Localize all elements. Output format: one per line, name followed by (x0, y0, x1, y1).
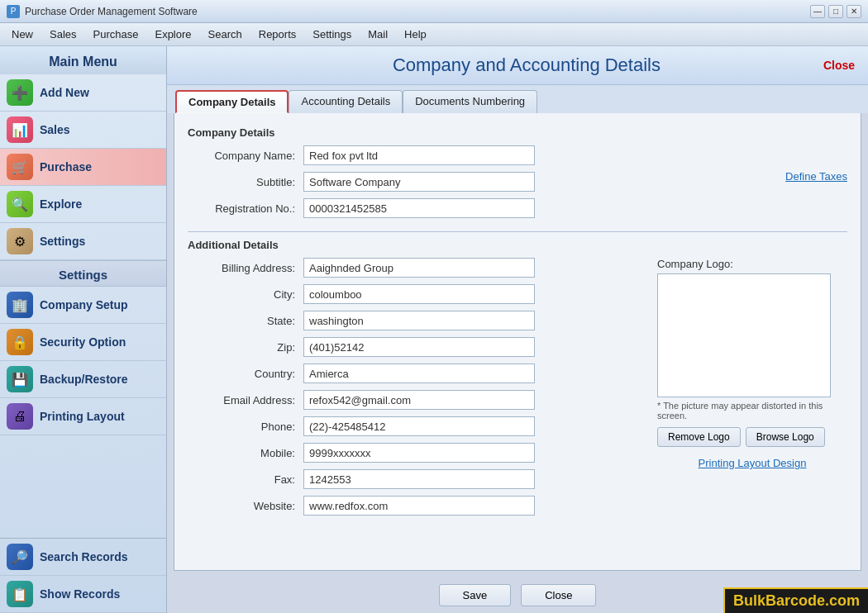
sidebar-label-purchase: Purchase (40, 160, 92, 173)
state-label: State: (188, 315, 303, 327)
email-input[interactable] (303, 390, 535, 410)
sidebar-label-security-option: Security Option (40, 335, 126, 349)
menubar: New Sales Purchase Explore Search Report… (0, 23, 868, 46)
remove-logo-button[interactable]: Remove Logo (657, 427, 741, 447)
titlebar-title: Purchase Order Management Software (25, 6, 810, 17)
settings-icon: ⚙ (7, 228, 33, 254)
browse-logo-button[interactable]: Browse Logo (746, 427, 825, 447)
menu-explore[interactable]: Explore (146, 26, 199, 43)
subtitle-row: Subtitle: (188, 172, 649, 192)
menu-sales[interactable]: Sales (41, 26, 85, 43)
menu-help[interactable]: Help (396, 26, 435, 43)
email-label: Email Address: (188, 394, 303, 406)
company-logo-label: Company Logo: (657, 258, 847, 270)
menu-purchase[interactable]: Purchase (85, 26, 147, 43)
sidebar-label-company-setup: Company Setup (40, 298, 128, 311)
tabs-bar: Company Details Accounting Details Docum… (167, 85, 868, 113)
logo-panel: Company Logo: * The picture may appear d… (649, 258, 847, 522)
state-input[interactable] (303, 311, 535, 330)
company-name-input[interactable] (303, 145, 535, 165)
website-input[interactable] (303, 496, 535, 516)
website-label: Website: (188, 500, 303, 512)
save-button[interactable]: Save (439, 584, 512, 606)
billing-address-row: Billing Address: (188, 258, 632, 278)
watermark-text: BulkBarcode.com (733, 592, 860, 609)
mobile-row: Mobile: (188, 443, 632, 463)
sidebar-item-sales[interactable]: 📊 Sales (0, 112, 166, 149)
sidebar-label-backup-restore: Backup/Restore (40, 373, 128, 386)
sidebar-item-explore[interactable]: 🔍 Explore (0, 186, 166, 223)
company-form-left: Company Name: Subtitle: Registration No.… (188, 145, 649, 225)
menu-settings[interactable]: Settings (304, 26, 360, 43)
country-label: Country: (188, 368, 303, 380)
city-row: City: (188, 284, 632, 304)
sidebar-settings-title: Settings (0, 260, 166, 287)
sidebar-label-sales: Sales (40, 123, 70, 136)
tab-documents-numbering[interactable]: Documents Numbering (403, 90, 537, 113)
sidebar-label-add-new: Add New (40, 86, 89, 99)
titlebar: P Purchase Order Management Software — □… (0, 0, 868, 23)
company-name-label: Company Name: (188, 150, 303, 162)
sidebar-item-company-setup[interactable]: 🏢 Company Setup (0, 287, 166, 324)
email-row: Email Address: (188, 390, 632, 410)
mobile-input[interactable] (303, 443, 535, 463)
zip-input[interactable] (303, 337, 535, 357)
backup-restore-icon: 💾 (7, 366, 33, 392)
zip-label: Zip: (188, 341, 303, 354)
registration-input[interactable] (303, 198, 535, 218)
maximize-button[interactable]: □ (828, 5, 843, 18)
registration-label: Registration No.: (188, 202, 303, 215)
tab-company-details[interactable]: Company Details (175, 90, 289, 113)
main-layout: Main Menu ➕ Add New 📊 Sales 🛒 Purchase 🔍… (0, 46, 868, 613)
logo-buttons: Remove Logo Browse Logo (657, 427, 847, 447)
sidebar-item-show-records[interactable]: 📋 Show Records (0, 576, 166, 613)
search-records-icon: 🔎 (7, 544, 33, 570)
content-title: Company and Accounting Details (230, 55, 823, 76)
menu-mail[interactable]: Mail (360, 26, 396, 43)
phone-row: Phone: (188, 416, 632, 436)
sidebar-bottom: 🔎 Search Records 📋 Show Records (0, 538, 166, 613)
sidebar-label-printing-layout: Printing Layout (40, 410, 125, 423)
sidebar: Main Menu ➕ Add New 📊 Sales 🛒 Purchase 🔍… (0, 46, 167, 613)
country-input[interactable] (303, 364, 535, 383)
add-new-icon: ➕ (7, 79, 33, 106)
sidebar-item-backup-restore[interactable]: 💾 Backup/Restore (0, 361, 166, 398)
logo-note: * The picture may appear distorted in th… (657, 401, 831, 421)
sidebar-item-security-option[interactable]: 🔒 Security Option (0, 324, 166, 361)
city-label: City: (188, 288, 303, 301)
close-button[interactable]: Close (521, 584, 596, 606)
subtitle-label: Subtitle: (188, 176, 303, 188)
billing-address-input[interactable] (303, 258, 535, 278)
menu-new[interactable]: New (3, 26, 41, 43)
sidebar-main-title: Main Menu (0, 46, 166, 74)
additional-details-section: Billing Address: City: State: Zip: (188, 258, 847, 522)
subtitle-input[interactable] (303, 172, 535, 192)
menu-search[interactable]: Search (200, 26, 250, 43)
menu-reports[interactable]: Reports (250, 26, 305, 43)
zip-row: Zip: (188, 337, 632, 357)
sidebar-item-settings[interactable]: ⚙ Settings (0, 223, 166, 260)
phone-input[interactable] (303, 416, 535, 436)
additional-section-label: Additional Details (188, 239, 847, 251)
sales-icon: 📊 (7, 116, 33, 143)
sidebar-item-printing-layout[interactable]: 🖨 Printing Layout (0, 398, 166, 435)
sidebar-label-search-records: Search Records (40, 550, 128, 563)
titlebar-buttons: — □ ✕ (810, 5, 861, 18)
tab-accounting-details[interactable]: Accounting Details (289, 90, 403, 113)
company-logo-box (657, 273, 831, 397)
define-taxes-link[interactable]: Define Taxes (785, 170, 847, 183)
sidebar-item-purchase[interactable]: 🛒 Purchase (0, 149, 166, 186)
minimize-button[interactable]: — (810, 5, 825, 18)
company-section-label: Company Details (188, 126, 847, 139)
country-row: Country: (188, 364, 632, 383)
registration-row: Registration No.: (188, 198, 649, 218)
sidebar-label-show-records: Show Records (40, 587, 120, 601)
close-window-button[interactable]: ✕ (847, 5, 861, 18)
sidebar-item-search-records[interactable]: 🔎 Search Records (0, 539, 166, 576)
printing-layout-design-link[interactable]: Printing Layout Design (657, 457, 847, 469)
fax-input[interactable] (303, 469, 535, 489)
city-input[interactable] (303, 284, 535, 304)
close-header-button[interactable]: Close (823, 59, 855, 72)
security-option-icon: 🔒 (7, 329, 33, 355)
sidebar-item-add-new[interactable]: ➕ Add New (0, 74, 166, 112)
